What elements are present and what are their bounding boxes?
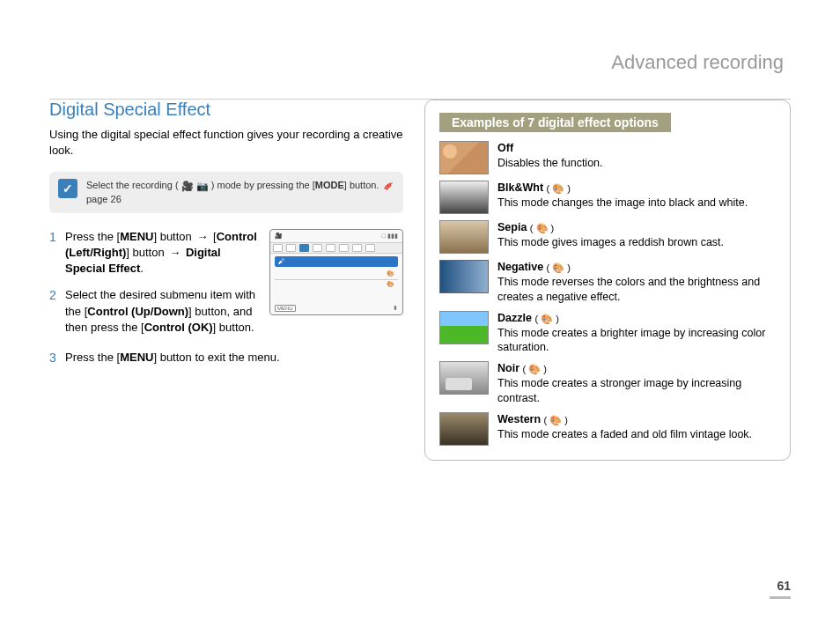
effect-name: Sepia (497, 221, 527, 233)
note-pre: Select the recording ( (86, 180, 179, 190)
step-body: Select the desired submenu item with the… (65, 287, 257, 336)
steps-list: 1 Press the [MENU] button → [Control (Le… (49, 229, 257, 346)
ms-tab (313, 244, 322, 252)
battery-icon: □ ▮▮▮ (382, 233, 398, 240)
effect-icon: ( 🎨 ) (530, 222, 554, 235)
thumb-bw (439, 181, 489, 214)
effect-negative: Negative ( 🎨 ) This mode reverses the co… (439, 260, 776, 305)
effect-icon: ( 🎨 ) (547, 182, 571, 196)
t: ] button. (213, 321, 254, 334)
note-page-ref: page 26 (86, 194, 122, 204)
chapter-title: Advanced recording (49, 51, 791, 79)
note-mode-label: MODE (315, 180, 344, 190)
thumb-noir (439, 361, 489, 395)
video-icon: 🎥 (181, 180, 194, 193)
ms-tab (326, 244, 335, 252)
effect-desc: This mode reverses the colors and the br… (497, 276, 760, 303)
effects-panel: Examples of 7 digital effect options Off… (424, 100, 791, 461)
effect-name: Blk&Wht (497, 181, 543, 194)
camera-menu-preview: 🎥 □ ▮▮▮ 🖌 🎨 (269, 229, 403, 315)
t: MENU (120, 351, 153, 364)
ms-selected-row: 🖌 (275, 256, 398, 267)
palette-icon: 🎨 (387, 281, 394, 288)
manual-page: Advanced recording Digital Special Effec… (0, 0, 840, 643)
thumb-dazzle (439, 311, 489, 344)
step-body: Press the [MENU] button to exit the menu… (65, 350, 403, 367)
effects-header: Examples of 7 digital effect options (439, 113, 671, 132)
thumb-western (439, 412, 489, 446)
effect-text: Negative ( 🎨 ) This mode reverses the co… (497, 260, 776, 305)
ms-tab (365, 244, 375, 252)
thumb-sepia (439, 220, 489, 254)
effect-icon: ( 🎨 ) (547, 262, 571, 275)
page-ref-icon: 🔖 (382, 181, 393, 192)
rec-icon: 🎥 (275, 233, 283, 240)
note-box: ✓ Select the recording ( 🎥 📷 ) mode by p… (49, 172, 403, 213)
check-icon: ✓ (58, 179, 77, 198)
effect-icon: ( 🎨 ) (522, 363, 546, 376)
step-number: 1 (49, 229, 58, 277)
section-intro: Using the digital special effect functio… (49, 127, 403, 158)
step-3: 3 Press the [MENU] button to exit the me… (49, 350, 403, 367)
ms-tab (352, 244, 362, 252)
ms-tabs (270, 242, 402, 254)
thumb-off (439, 141, 489, 174)
effect-name: Noir (497, 362, 519, 374)
ms-nav-icon: ⬍ (393, 305, 398, 312)
effect-desc: This mode creates a faded and old film v… (497, 428, 752, 440)
page-number: 61 (770, 579, 791, 599)
ms-tab (273, 244, 283, 252)
step-body: Press the [MENU] button → [Control (Left… (65, 229, 257, 277)
note-tail: ] button. (344, 180, 382, 190)
arrow-icon: → (167, 245, 182, 261)
section-title: Digital Special Effect (49, 100, 403, 120)
ms-row: 🎨 (275, 280, 398, 290)
effect-text: Off Disables the function. (497, 141, 603, 174)
palette-icon: 🎨 (387, 270, 394, 277)
note-text: Select the recording ( 🎥 📷 ) mode by pre… (86, 179, 394, 206)
arrow-icon: → (195, 229, 210, 245)
left-column: Digital Special Effect Using the digital… (49, 100, 403, 461)
ms-row: 🎨 (275, 270, 398, 279)
t: ] button to exit the menu. (153, 351, 279, 364)
step-number: 3 (49, 350, 58, 367)
step-number: 2 (49, 287, 58, 336)
effect-name: Negative (497, 261, 543, 273)
effect-desc: This mode creates a stronger image by in… (497, 377, 741, 404)
effect-name: Dazzle (497, 312, 532, 324)
ms-bottom-bar: MENU ⬍ (275, 305, 398, 312)
t: . (140, 262, 144, 275)
ms-status-bar: 🎥 □ ▮▮▮ (270, 230, 402, 242)
effect-off: Off Disables the function. (439, 141, 776, 174)
effect-desc: Disables the function. (497, 157, 603, 169)
effect-western: Western ( 🎨 ) This mode creates a faded … (439, 412, 776, 446)
t: MENU (120, 230, 153, 243)
effect-text: Dazzle ( 🎨 ) This mode creates a brighte… (497, 311, 776, 356)
effect-name: Off (497, 142, 513, 154)
t: Control (OK) (144, 321, 213, 334)
t: ] button (126, 246, 167, 259)
effect-text: Blk&Wht ( 🎨 ) This mode changes the imag… (497, 181, 748, 214)
effect-noir: Noir ( 🎨 ) This mode creates a stronger … (439, 361, 776, 406)
right-column: Examples of 7 digital effect options Off… (424, 100, 791, 461)
ms-tab (286, 244, 296, 252)
ms-menu-label: MENU (275, 305, 296, 312)
t: Press the [ (65, 230, 120, 243)
brush-icon: 🖌 (278, 258, 284, 264)
effects-header-text: Examples of 7 digital effect options (452, 115, 659, 129)
effect-text: Sepia ( 🎨 ) This mode gives images a red… (497, 220, 724, 254)
effect-name: Western (497, 413, 541, 425)
steps-row: 1 Press the [MENU] button → [Control (Le… (49, 229, 403, 346)
effect-text: Western ( 🎨 ) This mode creates a faded … (497, 412, 752, 446)
effect-desc: This mode changes the image into black a… (497, 196, 748, 209)
t: ] button (153, 230, 195, 243)
effect-desc: This mode creates a brighter image by in… (497, 327, 765, 354)
effect-sepia: Sepia ( 🎨 ) This mode gives images a red… (439, 220, 776, 254)
step-1: 1 Press the [MENU] button → [Control (Le… (49, 229, 257, 277)
content-columns: Digital Special Effect Using the digital… (49, 100, 791, 461)
t: Control (Up/Down) (87, 305, 188, 318)
effect-icon: ( 🎨 ) (534, 313, 558, 326)
ms-list: 🖌 🎨 🎨 (270, 254, 402, 292)
step-2: 2 Select the desired submenu item with t… (49, 287, 257, 336)
note-post: ) mode by pressing the [ (211, 180, 315, 190)
